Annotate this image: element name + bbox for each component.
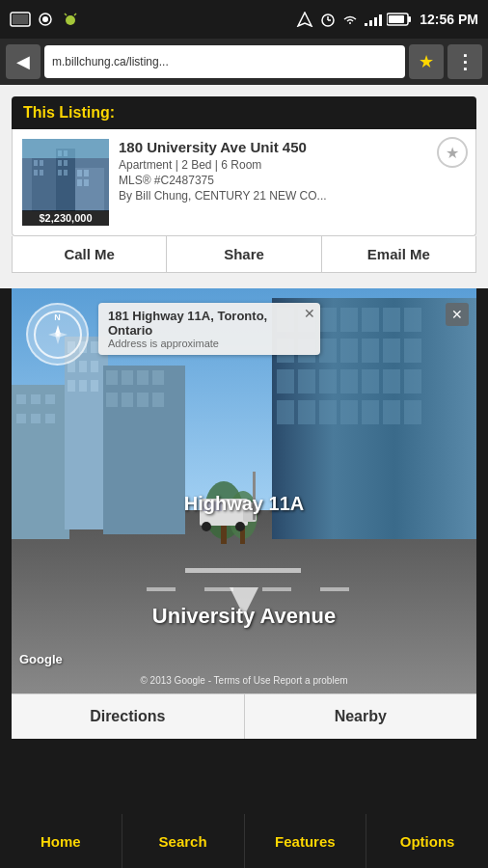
svg-rect-30 (64, 170, 68, 176)
menu-icon: ⋮ (455, 50, 474, 73)
svg-rect-32 (77, 170, 82, 176)
url-bar[interactable]: m.billchung.ca/listing... (44, 45, 405, 78)
alarm-icon (319, 12, 337, 27)
directions-button[interactable]: Directions (12, 694, 245, 739)
svg-rect-63 (106, 393, 118, 407)
svg-rect-20 (34, 160, 38, 166)
back-button[interactable]: ◀ (6, 44, 41, 79)
address-subtitle: Address is approximate (108, 338, 311, 349)
svg-rect-21 (40, 160, 43, 166)
nearby-button[interactable]: Nearby (245, 694, 477, 739)
map-action-buttons: Directions Nearby (12, 693, 476, 739)
svg-rect-90 (298, 400, 315, 424)
svg-rect-84 (319, 369, 337, 393)
battery-icon (387, 13, 412, 26)
map-attribution: © 2013 Google - Terms of Use Report a pr… (12, 675, 476, 686)
options-nav-item[interactable]: Options (366, 814, 488, 868)
svg-rect-11 (365, 23, 367, 26)
nav-bar: ◀ m.billchung.ca/listing... ★ ⋮ (0, 39, 488, 85)
svg-rect-92 (340, 400, 358, 424)
svg-rect-17 (389, 15, 404, 23)
svg-rect-56 (79, 380, 87, 392)
status-icons-left (10, 11, 81, 28)
svg-rect-22 (34, 170, 38, 176)
svg-rect-58 (103, 366, 185, 534)
svg-point-115 (56, 333, 60, 337)
svg-rect-23 (40, 170, 43, 176)
svg-point-103 (202, 522, 211, 531)
svg-marker-7 (298, 13, 312, 26)
svg-rect-95 (404, 400, 421, 424)
svg-rect-53 (79, 361, 87, 372)
listing-mls: MLS® #C2487375 (119, 174, 466, 187)
svg-rect-16 (408, 16, 411, 22)
features-nav-item[interactable]: Features (245, 814, 367, 868)
svg-rect-12 (369, 20, 372, 26)
email-button[interactable]: Email Me (322, 236, 475, 272)
svg-rect-71 (340, 308, 358, 332)
svg-rect-82 (277, 369, 294, 393)
svg-rect-89 (277, 400, 294, 424)
compass: N (26, 303, 89, 366)
address-tooltip: 181 Highway 11A, Toronto, Ontario Addres… (98, 303, 320, 355)
call-button[interactable]: Call Me (13, 236, 167, 272)
svg-rect-29 (58, 170, 62, 176)
svg-rect-61 (137, 370, 149, 385)
back-icon: ◀ (16, 51, 30, 72)
svg-rect-87 (383, 369, 400, 393)
listing-price: $2,230,000 (22, 210, 109, 226)
home-nav-item[interactable]: Home (0, 814, 122, 868)
svg-rect-94 (383, 400, 400, 424)
search-nav-item[interactable]: Search (122, 814, 245, 868)
svg-rect-81 (404, 339, 421, 363)
compass-arrows (43, 320, 72, 349)
svg-point-104 (235, 522, 245, 531)
close-icon: ✕ (451, 307, 463, 322)
svg-rect-85 (340, 369, 358, 393)
svg-point-4 (66, 15, 75, 25)
svg-rect-35 (84, 179, 89, 186)
listing-agent: By Bill Chung, CENTURY 21 NEW CO... (119, 189, 466, 203)
status-icons-right: 12:56 PM (294, 12, 478, 27)
svg-rect-44 (45, 394, 55, 404)
svg-rect-57 (91, 380, 98, 392)
favorite-icon: ★ (446, 144, 459, 162)
svg-rect-78 (340, 339, 358, 363)
share-button[interactable]: Share (167, 236, 321, 272)
svg-rect-36 (22, 139, 109, 158)
svg-rect-93 (362, 400, 379, 424)
tooltip-close-button[interactable]: ✕ (304, 306, 315, 321)
compass-inner: N (34, 311, 82, 359)
clock: 12:56 PM (420, 12, 478, 27)
university-label: University Avenue (152, 604, 336, 629)
status-bar: 12:56 PM (0, 0, 488, 39)
wifi-icon (340, 12, 360, 27)
navigation-icon (294, 12, 315, 27)
svg-rect-13 (374, 17, 377, 26)
svg-rect-42 (16, 394, 26, 404)
bookmark-button[interactable]: ★ (409, 44, 444, 79)
svg-rect-79 (362, 339, 379, 363)
menu-button[interactable]: ⋮ (447, 44, 482, 79)
compass-n: N (54, 312, 61, 322)
url-text: m.billchung.ca/listing... (52, 55, 169, 68)
svg-rect-108 (262, 587, 291, 591)
map-close-button[interactable]: ✕ (446, 303, 469, 326)
listing-title: 180 University Ave Unit 450 (119, 139, 466, 155)
svg-rect-109 (320, 587, 349, 591)
svg-rect-51 (91, 341, 98, 353)
svg-rect-88 (404, 369, 421, 393)
svg-rect-64 (122, 393, 133, 407)
street-view: N 181 Highway 11A, Toronto, Ontario Addr… (12, 288, 476, 693)
svg-rect-66 (152, 393, 164, 407)
address-title: 181 Highway 11A, Toronto, Ontario (108, 309, 311, 338)
google-logo: Google (19, 652, 63, 666)
listing-card: $2,230,000 180 University Ave Unit 450 A… (12, 129, 476, 236)
svg-rect-19 (32, 158, 56, 211)
listing-info: 180 University Ave Unit 450 Apartment | … (119, 139, 466, 203)
svg-rect-98 (221, 525, 227, 544)
favorite-button[interactable]: ★ (437, 137, 468, 168)
listing-type: Apartment | 2 Bed | 6 Room (119, 158, 466, 172)
svg-rect-46 (31, 414, 41, 423)
svg-rect-14 (379, 14, 382, 26)
